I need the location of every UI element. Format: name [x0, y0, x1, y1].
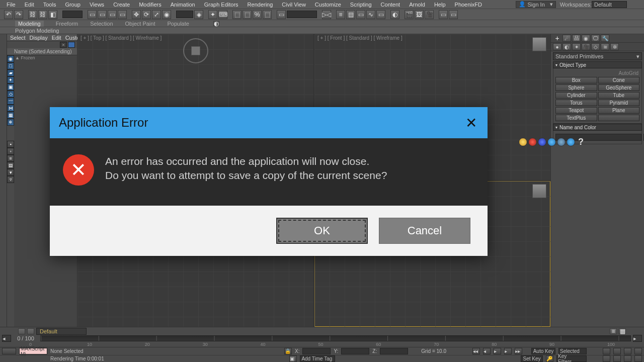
snap-button[interactable]: ⬚	[232, 10, 242, 19]
dialog-titlebar[interactable]: Application Error ✕	[50, 107, 488, 138]
tool-cam-icon[interactable]: ▣	[7, 83, 14, 90]
z-input[interactable]	[380, 348, 408, 354]
phoenixfd-button[interactable]: ▭	[439, 10, 448, 19]
ribbon-tab-freeform[interactable]: Freeform	[56, 21, 78, 27]
menu-customize[interactable]: Customize	[310, 1, 346, 8]
nav2-4[interactable]	[634, 355, 642, 362]
preset-icon-3[interactable]	[538, 138, 546, 146]
align-button[interactable]: ≡	[336, 10, 345, 19]
scene-filter-x[interactable]: ×	[60, 42, 67, 48]
next-key-button[interactable]: ▸▸	[515, 348, 522, 354]
keyfilters-button[interactable]: Key Filters...	[556, 355, 587, 362]
cat-lights-icon[interactable]: ✦	[572, 43, 581, 50]
ribbon-tab-modeling[interactable]: Modeling	[15, 21, 44, 27]
panel-display-icon[interactable]: 🖵	[591, 35, 600, 42]
menu-create[interactable]: Create	[109, 1, 134, 8]
cancel-button[interactable]: Cancel	[379, 218, 470, 244]
menu-tools[interactable]: Tools	[39, 1, 61, 8]
help-icon[interactable]: ?	[576, 137, 586, 147]
menu-animation[interactable]: Animation	[166, 1, 200, 8]
x-input[interactable]	[302, 348, 331, 354]
preset-icon-2[interactable]	[528, 138, 537, 146]
tool-light-icon[interactable]: ✦	[7, 76, 14, 83]
layer-toggle2[interactable]: ▦	[619, 328, 626, 334]
material-editor-button[interactable]: ◐	[390, 10, 399, 19]
timetag-button[interactable]: Add Time Tag	[300, 355, 335, 362]
bind-button[interactable]: ◧	[48, 10, 57, 19]
obj-plane[interactable]: Plane	[598, 107, 640, 114]
nav-max-button[interactable]	[634, 348, 642, 354]
layer-button1[interactable]	[18, 328, 25, 334]
ribbon-expand-button[interactable]: ◐	[213, 21, 219, 26]
named-sets-button[interactable]: ▭	[277, 10, 286, 19]
render-setup-button[interactable]: 🎬	[405, 10, 414, 19]
tool-g2-icon[interactable]: ▫	[7, 148, 14, 155]
panel-hierarchy-icon[interactable]: 品	[572, 35, 581, 42]
nav2-2[interactable]	[613, 355, 621, 362]
use-center-button[interactable]: ◈	[194, 10, 203, 19]
menu-arnold[interactable]: Arnold	[405, 1, 430, 8]
manipulate-button[interactable]: ✦	[208, 10, 217, 19]
menu-group[interactable]: Group	[60, 1, 85, 8]
mirror-button[interactable]: ▷◁	[322, 10, 331, 19]
tool-g5-icon[interactable]: ▾	[7, 169, 14, 176]
preset-icon-1[interactable]	[519, 138, 527, 146]
obj-tube[interactable]: Tube	[598, 92, 640, 99]
menu-phoenixfd[interactable]: PhoenixFD	[450, 1, 487, 8]
close-icon[interactable]: ✕	[463, 115, 478, 131]
nav-zoom-button[interactable]	[613, 348, 621, 354]
cat-shapes-icon[interactable]: ◐	[562, 43, 571, 50]
menu-content[interactable]: Content	[376, 1, 405, 8]
autokey-button[interactable]: Auto Key	[531, 348, 555, 354]
tool-g4-icon[interactable]: ▤	[7, 162, 14, 169]
track-end-button[interactable]: ▸	[633, 335, 642, 342]
track-start-button[interactable]: ◂	[2, 335, 11, 342]
signin-button[interactable]: 👤Sign In▾	[516, 1, 556, 8]
nav-orbit-button[interactable]	[624, 348, 631, 354]
obj-textplus[interactable]: TextPlus	[555, 115, 597, 121]
rotate-button[interactable]: ⟳	[142, 10, 151, 19]
viewport-gizmo-icon[interactable]	[183, 38, 208, 63]
obj-geosphere[interactable]: GeoSphere	[598, 84, 640, 91]
ribbon-tab-populate[interactable]: Populate	[167, 21, 189, 27]
menu-edit[interactable]: Edit	[20, 1, 39, 8]
cat-systems-icon[interactable]: ✲	[610, 43, 619, 50]
setkey-button[interactable]: Set Key	[521, 355, 543, 362]
scene-tab-select[interactable]: Select	[10, 35, 26, 41]
select-button[interactable]: ▭	[88, 10, 97, 19]
menu-scripting[interactable]: Scripting	[346, 1, 376, 8]
viewport-front-label[interactable]: [ + ] [ Front ] [ Standard ] [ Wireframe…	[317, 35, 403, 41]
preset-icon-5[interactable]	[557, 138, 566, 146]
autogrid-checkbox[interactable]: AutoGrid	[555, 70, 639, 77]
scene-tab-display[interactable]: Display	[30, 35, 48, 41]
unlink-button[interactable]: ⛓	[38, 10, 47, 19]
scale-button[interactable]: ⤢	[152, 10, 161, 19]
menu-civilview[interactable]: Civil View	[277, 1, 310, 8]
menu-help[interactable]: Help	[430, 1, 450, 8]
menu-modifiers[interactable]: Modifiers	[134, 1, 166, 8]
tool-container-icon[interactable]: ▦	[7, 112, 14, 119]
tool-bone-icon[interactable]: ⋈	[7, 105, 14, 112]
ref-coord-dropdown[interactable]	[176, 11, 193, 18]
preset-icon-6[interactable]	[567, 138, 575, 146]
select-region-button[interactable]: ▭	[108, 10, 117, 19]
menu-file[interactable]: File	[2, 1, 20, 8]
link-button[interactable]: ⛓	[28, 10, 37, 19]
panel-motion-icon[interactable]: ◉	[582, 35, 590, 42]
menu-views[interactable]: Views	[85, 1, 109, 8]
obj-cylinder[interactable]: Cylinder	[555, 92, 597, 99]
tool-shape-icon[interactable]: ▰	[7, 69, 14, 76]
y-input[interactable]	[341, 348, 369, 354]
scene-tab-edit[interactable]: Edit	[52, 35, 61, 41]
layer-dropdown[interactable]: Default	[36, 328, 87, 335]
undo-button[interactable]: ↶	[4, 10, 13, 19]
viewcube-icon[interactable]	[532, 184, 546, 198]
tool-g1-icon[interactable]: ▪	[7, 141, 14, 148]
workspace-dropdown[interactable]: Default	[592, 1, 627, 8]
placement-button[interactable]: ◉	[162, 10, 171, 19]
obj-pyramid[interactable]: Pyramid	[598, 100, 640, 106]
layer-toggle1[interactable]: ≡	[610, 328, 617, 334]
angle-snap-button[interactable]: ⬚	[243, 10, 252, 19]
keyboard-shortcut-button[interactable]: ⌨	[218, 10, 227, 19]
tool-frozen-icon[interactable]: ❄	[7, 119, 14, 126]
